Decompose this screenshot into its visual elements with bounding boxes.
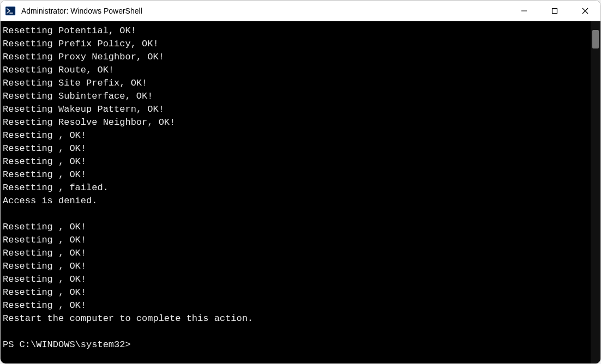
powershell-icon: [5, 5, 16, 16]
svg-rect-0: [5, 7, 15, 15]
minimize-button[interactable]: [509, 1, 539, 21]
window-title: Administrator: Windows PowerShell: [21, 7, 509, 15]
titlebar[interactable]: Administrator: Windows PowerShell: [1, 1, 600, 21]
scrollbar[interactable]: [591, 21, 600, 363]
window-controls: [509, 1, 600, 21]
close-button[interactable]: [570, 1, 600, 21]
scrollbar-thumb[interactable]: [592, 30, 599, 48]
console-output[interactable]: Resetting Potential, OK! Resetting Prefi…: [1, 21, 591, 363]
powershell-window: Administrator: Windows PowerShell Resett…: [0, 0, 601, 364]
console-lines: Resetting Potential, OK! Resetting Prefi…: [3, 26, 253, 324]
console-body: Resetting Potential, OK! Resetting Prefi…: [1, 21, 600, 363]
prompt[interactable]: PS C:\WINDOWS\system32>: [3, 339, 136, 350]
maximize-button[interactable]: [539, 1, 570, 21]
svg-rect-3: [552, 9, 557, 14]
